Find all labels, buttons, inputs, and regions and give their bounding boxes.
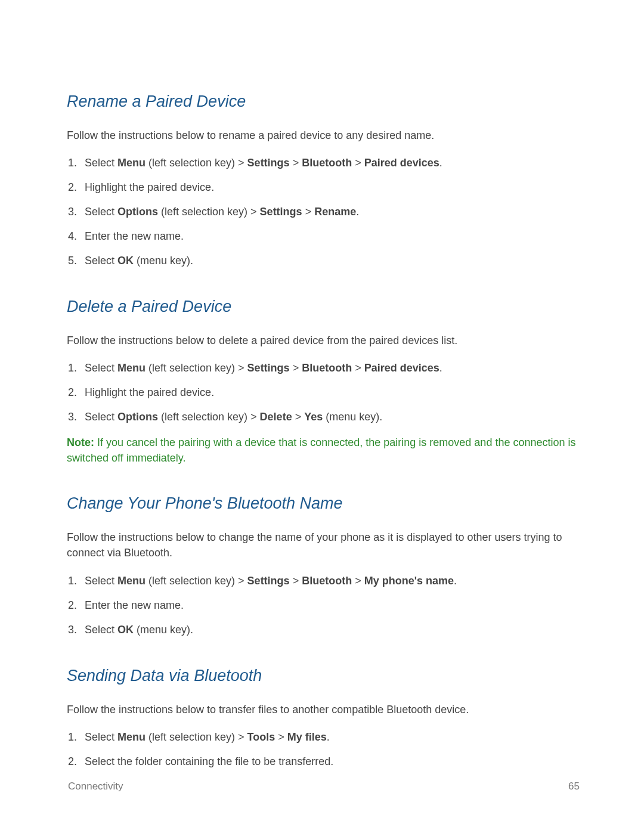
page-content: Rename a Paired DeviceFollow the instruc…	[0, 0, 644, 814]
step-bold-text: Menu	[117, 731, 145, 743]
step-bold-text: Menu	[117, 362, 145, 374]
step-bold-text: Rename	[314, 206, 356, 218]
section-intro: Follow the instructions below to change …	[67, 529, 580, 561]
step-text: Highlight the paired device.	[85, 181, 214, 193]
section-intro: Follow the instructions below to transfe…	[67, 702, 580, 717]
step-text: >	[275, 731, 287, 743]
page-footer: Connectivity 65	[68, 781, 580, 792]
step-text: Select	[85, 411, 117, 423]
step-text: (left selection key) >	[158, 411, 260, 423]
step-bold-text: Settings	[260, 206, 302, 218]
step-item: Enter the new name.	[80, 228, 580, 244]
footer-page-number: 65	[568, 781, 580, 792]
step-bold-text: OK	[117, 624, 134, 636]
step-item: Enter the new name.	[80, 597, 580, 614]
step-bold-text: Paired devices	[364, 157, 439, 169]
step-text: (menu key).	[134, 624, 193, 636]
step-text: (menu key).	[323, 411, 382, 423]
step-bold-text: Paired devices	[364, 362, 439, 374]
step-text: Enter the new name.	[85, 230, 184, 242]
step-text: .	[356, 206, 359, 218]
step-bold-text: Yes	[304, 411, 323, 423]
step-bold-text: Bluetooth	[302, 362, 352, 374]
step-text: Select	[85, 362, 117, 374]
step-bold-text: Menu	[117, 575, 145, 587]
step-text: Select	[85, 157, 117, 169]
step-text: (left selection key) >	[145, 575, 247, 587]
step-text: (menu key).	[134, 255, 193, 267]
step-text: Select	[85, 624, 117, 636]
step-item: Select the folder containing the file to…	[80, 754, 580, 770]
step-bold-text: Bluetooth	[302, 575, 352, 587]
step-bold-text: OK	[117, 255, 134, 267]
step-bold-text: Settings	[247, 362, 290, 374]
step-text: .	[439, 362, 442, 374]
step-item: Select Menu (left selection key) > Tools…	[80, 729, 580, 745]
step-text: (left selection key) >	[145, 362, 247, 374]
step-text: >	[292, 411, 305, 423]
step-text: .	[439, 157, 442, 169]
step-text: Select	[85, 731, 117, 743]
step-bold-text: Menu	[117, 157, 145, 169]
step-item: Select Menu (left selection key) > Setti…	[80, 573, 580, 589]
step-text: Highlight the paired device.	[85, 386, 214, 398]
section-heading: Rename a Paired Device	[67, 92, 580, 111]
step-bold-text: My files	[287, 731, 327, 743]
note-text: If you cancel the pairing with a device …	[67, 436, 575, 464]
step-text: Select the folder containing the file to…	[85, 755, 333, 767]
step-text: >	[290, 575, 302, 587]
section-heading: Delete a Paired Device	[67, 298, 580, 316]
step-bold-text: Settings	[247, 157, 290, 169]
note-label: Note:	[67, 436, 94, 448]
step-item: Select Menu (left selection key) > Setti…	[80, 155, 580, 171]
step-item: Highlight the paired device.	[80, 385, 580, 401]
step-bold-text: Bluetooth	[302, 157, 352, 169]
step-text: >	[290, 362, 302, 374]
step-text: Enter the new name.	[85, 599, 184, 611]
step-item: Select OK (menu key).	[80, 622, 580, 638]
note: Note: If you cancel the pairing with a d…	[67, 435, 580, 466]
step-item: Select Options (left selection key) > Se…	[80, 204, 580, 220]
section-heading: Sending Data via Bluetooth	[67, 667, 580, 685]
step-bold-text: My phone's name	[364, 575, 454, 587]
step-text: .	[454, 575, 457, 587]
step-text: >	[352, 157, 364, 169]
step-text: >	[352, 575, 364, 587]
section-intro: Follow the instructions below to delete …	[67, 333, 580, 348]
section-intro: Follow the instructions below to rename …	[67, 128, 580, 143]
step-item: Highlight the paired device.	[80, 179, 580, 196]
step-bold-text: Settings	[247, 575, 290, 587]
step-text: Select	[85, 206, 117, 218]
step-bold-text: Delete	[260, 411, 292, 423]
section-heading: Change Your Phone's Bluetooth Name	[67, 494, 580, 513]
step-text: >	[352, 362, 364, 374]
step-list: Select Menu (left selection key) > Setti…	[67, 360, 580, 425]
step-text: >	[290, 157, 302, 169]
step-bold-text: Tools	[247, 731, 275, 743]
step-text: Select	[85, 255, 117, 267]
step-text: (left selection key) >	[145, 731, 247, 743]
step-text: Select	[85, 575, 117, 587]
step-bold-text: Options	[117, 206, 158, 218]
step-list: Select Menu (left selection key) > Tools…	[67, 729, 580, 770]
step-item: Select OK (menu key).	[80, 253, 580, 269]
step-text: (left selection key) >	[145, 157, 247, 169]
step-text: (left selection key) >	[158, 206, 260, 218]
footer-section: Connectivity	[68, 781, 123, 792]
step-text: >	[302, 206, 315, 218]
step-bold-text: Options	[117, 411, 158, 423]
step-text: .	[327, 731, 330, 743]
step-item: Select Options (left selection key) > De…	[80, 409, 580, 425]
step-item: Select Menu (left selection key) > Setti…	[80, 360, 580, 376]
step-list: Select Menu (left selection key) > Setti…	[67, 155, 580, 269]
step-list: Select Menu (left selection key) > Setti…	[67, 573, 580, 638]
